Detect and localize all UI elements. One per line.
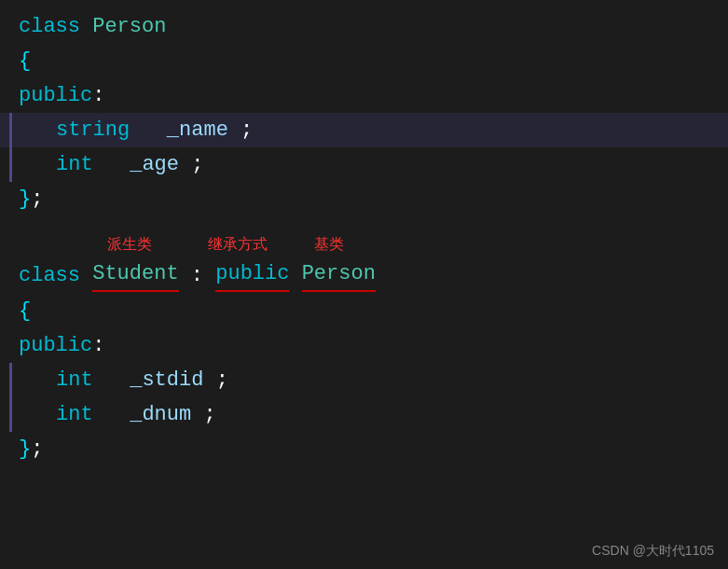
left-bar-stdid — [9, 363, 12, 397]
open-brace-2: { — [19, 296, 31, 326]
annotation-inheritance: 继承方式 — [152, 235, 268, 255]
var-stdid: _stdid — [130, 368, 203, 392]
code-line-5: int _age ; — [0, 147, 728, 182]
left-bar-dnum — [9, 397, 12, 432]
left-bar-5 — [9, 147, 12, 182]
class-name-person: Person — [92, 11, 166, 42]
colon: : — [191, 260, 203, 291]
code-line-stdid: int _stdid ; — [0, 363, 728, 397]
class-name-student: Student — [92, 258, 178, 292]
semicolon-2: ; — [191, 153, 203, 176]
annotation-base: 基类 — [268, 235, 344, 255]
semicolon-6: ; — [31, 434, 43, 465]
type-int-1: int — [56, 153, 93, 176]
type-string: string — [56, 118, 130, 142]
keyword-class-2: class — [19, 260, 80, 291]
code-editor: class Person { public : string _name ; i… — [0, 0, 728, 569]
var-name: _name — [167, 118, 228, 142]
close-brace-1: } — [19, 184, 31, 215]
code-line-3: public : — [0, 78, 728, 113]
code-line-empty — [0, 216, 728, 228]
keyword-public-1: public — [19, 80, 92, 111]
code-line-close: } ; — [0, 432, 728, 466]
code-line-2: { — [0, 44, 728, 78]
watermark: CSDN @大时代1105 — [592, 543, 714, 560]
annotation-derived: 派生类 — [19, 235, 152, 255]
left-bar-4 — [9, 113, 12, 147]
code-line-public2: public : — [0, 328, 728, 363]
semicolon-5: ; — [203, 403, 215, 426]
var-age: _age — [130, 153, 179, 176]
semicolon-3: ; — [31, 184, 43, 215]
code-line-brace2: { — [0, 294, 728, 328]
type-int-3: int — [56, 403, 93, 426]
code-line-1: class Person — [0, 9, 728, 44]
code-line-6: } ; — [0, 182, 728, 216]
access-public: public — [215, 258, 289, 292]
semicolon: ; — [240, 118, 253, 142]
code-line-4: string _name ; — [0, 113, 728, 147]
type-int-2: int — [56, 368, 93, 392]
base-class-name: Person — [302, 258, 376, 292]
code-line-dnum: int _dnum ; — [0, 397, 728, 432]
open-brace-1: { — [19, 46, 31, 76]
keyword-class-1: class — [19, 11, 80, 42]
code-line-student: class Student : public Person — [0, 257, 728, 294]
annotation-row: 派生类 继承方式 基类 — [0, 228, 728, 257]
var-dnum: _dnum — [130, 403, 191, 426]
keyword-public-2: public — [19, 330, 92, 361]
semicolon-4: ; — [216, 368, 228, 392]
close-brace-2: } — [19, 434, 31, 465]
